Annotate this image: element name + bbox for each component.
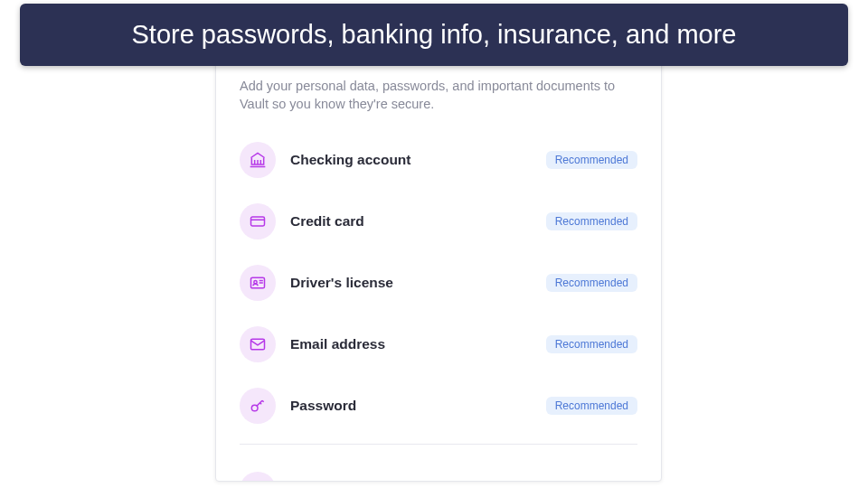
svg-rect-0 [251, 217, 265, 226]
recommended-badge: Recommended [546, 335, 637, 353]
svg-point-4 [251, 405, 258, 411]
vault-item-credit-card[interactable]: Credit card Recommended [240, 196, 637, 247]
banner-title: Store passwords, banking info, insurance… [132, 20, 737, 49]
card-subtitle: Add your personal data, passwords, and i… [240, 78, 637, 113]
vault-item-label: Credit card [290, 213, 546, 230]
envelope-icon [240, 326, 276, 362]
legal-icon [240, 472, 276, 482]
vault-item-bankruptcy-filing[interactable]: Bankruptcy filing [240, 465, 637, 482]
credit-card-icon [240, 203, 276, 239]
recommended-badge: Recommended [546, 151, 637, 169]
vault-item-label: Password [290, 398, 546, 414]
vault-item-label: Checking account [290, 152, 546, 168]
vault-item-drivers-license[interactable]: Driver's license Recommended [240, 258, 637, 308]
recommended-badge: Recommended [546, 274, 637, 292]
vault-item-label: Email address [290, 336, 546, 352]
promo-banner: Store passwords, banking info, insurance… [20, 4, 848, 66]
vault-item-label: Driver's license [290, 275, 546, 291]
id-card-icon [240, 265, 276, 301]
recommended-badge: Recommended [546, 212, 637, 230]
vault-item-password[interactable]: Password Recommended [240, 380, 637, 431]
recommended-badge: Recommended [546, 397, 637, 415]
svg-point-2 [254, 281, 257, 284]
vault-item-email-address[interactable]: Email address Recommended [240, 319, 637, 370]
key-icon [240, 388, 276, 424]
bank-icon [240, 142, 276, 178]
group-divider [240, 444, 637, 445]
vault-item-checking-account[interactable]: Checking account Recommended [240, 135, 637, 185]
vault-types-card: Add your personal data, passwords, and i… [215, 5, 662, 482]
